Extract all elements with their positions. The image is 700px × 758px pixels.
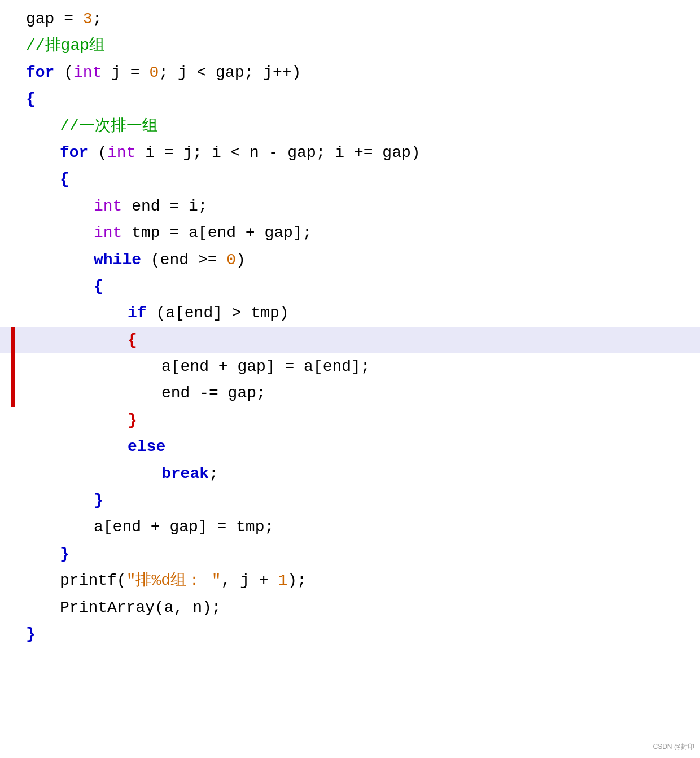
line-gutter-3 xyxy=(11,59,21,86)
line-content-6: for (int i = j; i < n - gap; i += gap) xyxy=(26,139,700,166)
line-gutter-2 xyxy=(11,32,21,59)
code-line-2: //排gap组 xyxy=(0,32,700,59)
code-line-19: } xyxy=(0,487,700,514)
line-gutter-18 xyxy=(11,461,21,487)
code-editor: gap = 3; //排gap组 for (int j = 0; j < gap… xyxy=(0,0,700,653)
line-content-11: { xyxy=(26,273,700,300)
line-gutter-19 xyxy=(11,487,21,514)
code-line-22: printf("排%d组： ", j + 1); xyxy=(0,567,700,594)
code-line-1: gap = 3; xyxy=(0,6,700,32)
line-gutter-10 xyxy=(11,247,21,273)
code-line-8: int end = i; xyxy=(0,193,700,220)
line-content-8: int end = i; xyxy=(26,193,700,220)
line-content-24: } xyxy=(26,621,700,647)
line-gutter-8 xyxy=(11,193,21,220)
code-line-17: else xyxy=(0,433,700,460)
line-gutter-21 xyxy=(11,541,21,567)
line-gutter-14 xyxy=(11,353,21,380)
code-line-20: a[end + gap] = tmp; xyxy=(0,514,700,540)
line-gutter-9 xyxy=(11,220,21,246)
code-line-24: } xyxy=(0,621,700,647)
line-content-17: else xyxy=(26,433,700,460)
line-content-2: //排gap组 xyxy=(26,32,700,59)
line-content-12: if (a[end] > tmp) xyxy=(26,300,700,326)
line-content-7: { xyxy=(26,166,700,192)
line-content-15: end -= gap; xyxy=(26,380,700,406)
code-line-12: if (a[end] > tmp) xyxy=(0,300,700,326)
line-content-22: printf("排%d组： ", j + 1); xyxy=(26,567,700,594)
line-gutter-13 xyxy=(11,327,21,353)
line-gutter-16 xyxy=(11,407,21,433)
line-content-1: gap = 3; xyxy=(26,6,700,32)
watermark-text: CSDN @封印 xyxy=(653,742,694,752)
line-indicator-21 xyxy=(11,541,15,567)
code-line-7: { xyxy=(0,166,700,192)
line-indicator-red-15 xyxy=(11,380,15,406)
code-line-5: //一次排一组 xyxy=(0,113,700,139)
code-line-6: for (int i = j; i < n - gap; i += gap) xyxy=(0,139,700,166)
line-gutter-24 xyxy=(11,621,21,647)
line-content-21: } xyxy=(26,541,700,567)
line-indicator-7 xyxy=(11,166,15,192)
code-line-13: { xyxy=(0,327,700,353)
line-indicator-6 xyxy=(11,139,15,166)
code-line-21: } xyxy=(0,541,700,567)
line-content-20: a[end + gap] = tmp; xyxy=(26,514,700,540)
line-content-5: //一次排一组 xyxy=(26,113,700,139)
line-content-18: break; xyxy=(26,461,700,487)
line-gutter-12 xyxy=(11,300,21,326)
line-content-13: { xyxy=(26,327,700,353)
line-content-19: } xyxy=(26,487,700,514)
code-line-18: break; xyxy=(0,461,700,487)
code-line-16: } xyxy=(0,407,700,433)
line-content-4: { xyxy=(26,86,700,112)
code-line-10: while (end >= 0) xyxy=(0,247,700,273)
line-indicator-19 xyxy=(11,487,15,514)
line-content-23: PrintArray(a, n); xyxy=(26,594,700,621)
code-line-14: a[end + gap] = a[end]; xyxy=(0,353,700,380)
line-gutter-7 xyxy=(11,166,21,192)
line-content-9: int tmp = a[end + gap]; xyxy=(26,220,700,246)
line-gutter-4 xyxy=(11,86,21,112)
line-indicator-11 xyxy=(11,273,15,300)
line-content-14: a[end + gap] = a[end]; xyxy=(26,353,700,380)
line-gutter-23 xyxy=(11,594,21,621)
line-gutter-17 xyxy=(11,433,21,460)
line-content-3: for (int j = 0; j < gap; j++) xyxy=(26,59,700,86)
code-line-4: { xyxy=(0,86,700,112)
line-content-16: } xyxy=(26,407,700,433)
code-line-15: end -= gap; xyxy=(0,380,700,406)
line-indicator-red-14 xyxy=(11,353,15,380)
code-line-11: { xyxy=(0,273,700,300)
line-gutter-11 xyxy=(11,273,21,300)
line-gutter-5 xyxy=(11,113,21,139)
line-content-10: while (end >= 0) xyxy=(26,247,700,273)
line-gutter-1 xyxy=(11,6,21,32)
line-indicator-4 xyxy=(11,86,15,112)
code-line-3: for (int j = 0; j < gap; j++) xyxy=(0,59,700,86)
line-gutter-20 xyxy=(11,514,21,540)
line-gutter-6 xyxy=(11,139,21,166)
code-line-9: int tmp = a[end + gap]; xyxy=(0,220,700,246)
code-line-23: PrintArray(a, n); xyxy=(0,594,700,621)
line-gutter-22 xyxy=(11,567,21,594)
line-gutter-15 xyxy=(11,380,21,406)
line-indicator-red-13 xyxy=(11,327,15,353)
